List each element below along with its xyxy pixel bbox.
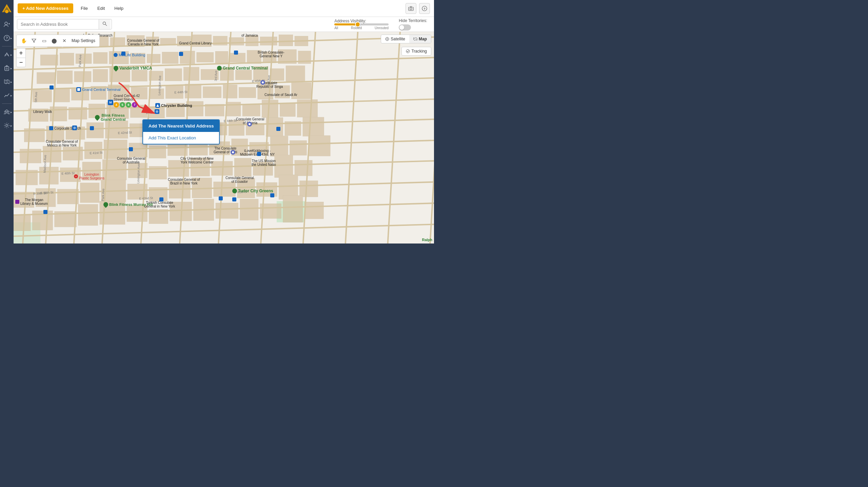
hide-territories-label: Hide Territories: bbox=[399, 18, 427, 23]
visibility-controls: Address Visibility: All Routed Unrouted bbox=[334, 19, 389, 30]
map-svg: E 44th St E 43rd St E 42nd St E 41st St … bbox=[14, 32, 434, 244]
svg-rect-69 bbox=[183, 67, 199, 81]
svg-rect-103 bbox=[262, 100, 278, 118]
svg-rect-135 bbox=[309, 136, 330, 156]
add-nearest-valid-address-button[interactable]: Add The Nearest Valid Address bbox=[143, 120, 219, 132]
tracking-label: Tracking bbox=[411, 49, 427, 54]
search-input[interactable] bbox=[17, 20, 99, 29]
app-logo[interactable] bbox=[1, 3, 13, 15]
sidebar-item-settings[interactable] bbox=[1, 119, 13, 132]
svg-rect-134 bbox=[290, 140, 307, 155]
svg-rect-75 bbox=[286, 66, 305, 81]
svg-line-26 bbox=[105, 24, 107, 26]
svg-text:Park Ave: Park Ave bbox=[101, 189, 105, 201]
sidebar-item-help[interactable]: ? bbox=[1, 32, 13, 44]
sidebar-divider-1 bbox=[2, 46, 12, 46]
svg-rect-52 bbox=[162, 52, 178, 63]
svg-rect-33 bbox=[110, 38, 125, 46]
blue-pin-13 bbox=[129, 147, 133, 151]
svg-point-20 bbox=[6, 124, 8, 126]
menu-file[interactable]: File bbox=[79, 4, 90, 12]
svg-text:E 44th St: E 44th St bbox=[174, 90, 188, 94]
svg-point-221 bbox=[406, 50, 410, 53]
svg-rect-99 bbox=[186, 101, 203, 116]
topbar-icons: ? bbox=[406, 3, 430, 14]
territories-toggle[interactable] bbox=[399, 24, 411, 31]
svg-rect-41 bbox=[245, 35, 258, 46]
menu-edit[interactable]: Edit bbox=[95, 4, 107, 12]
sidebar-item-map[interactable] bbox=[1, 76, 13, 88]
map-background: E 44th St E 43rd St E 42nd St E 41st St … bbox=[14, 32, 434, 244]
camera-icon-button[interactable] bbox=[406, 3, 416, 14]
map-area[interactable]: E 44th St E 43rd St E 42nd St E 41st St … bbox=[14, 32, 434, 244]
svg-rect-86 bbox=[223, 85, 237, 98]
svg-text:E 38th St: E 38th St bbox=[40, 191, 54, 195]
svg-text:5th Ave: 5th Ave bbox=[34, 92, 38, 102]
svg-rect-47 bbox=[76, 54, 92, 63]
blue-pin-3 bbox=[257, 152, 261, 156]
svg-text:Park Ave: Park Ave bbox=[78, 55, 82, 67]
map-label: Map bbox=[419, 37, 427, 41]
svg-rect-169 bbox=[127, 206, 147, 222]
svg-rect-153 bbox=[80, 183, 99, 202]
tracking-button[interactable]: Tracking bbox=[401, 47, 431, 56]
add-new-addresses-button[interactable]: + Add New Addresses bbox=[18, 3, 73, 13]
search-button[interactable] bbox=[99, 19, 111, 29]
svg-rect-88 bbox=[258, 83, 273, 99]
satellite-view-button[interactable]: Satellite bbox=[381, 35, 409, 43]
svg-rect-102 bbox=[242, 105, 260, 116]
satellite-label: Satellite bbox=[391, 37, 405, 41]
close-tool-button[interactable]: ✕ bbox=[60, 36, 69, 45]
svg-rect-174 bbox=[240, 199, 258, 220]
svg-rect-78 bbox=[72, 89, 89, 100]
svg-point-3 bbox=[5, 10, 8, 13]
sidebar-item-team[interactable] bbox=[1, 106, 13, 118]
sidebar-item-analytics[interactable] bbox=[1, 89, 13, 101]
svg-text:E 41st St: E 41st St bbox=[234, 190, 248, 194]
svg-rect-167 bbox=[78, 204, 98, 226]
svg-point-25 bbox=[103, 22, 106, 25]
svg-line-188 bbox=[388, 32, 400, 244]
svg-point-18 bbox=[4, 111, 6, 112]
sidebar-item-orders[interactable] bbox=[1, 62, 13, 74]
filter-tool-button[interactable] bbox=[29, 36, 38, 45]
map-settings-label[interactable]: Map Settings bbox=[70, 38, 97, 43]
svg-marker-14 bbox=[4, 80, 9, 84]
consulate-haiti-pin bbox=[231, 150, 235, 155]
visibility-slider[interactable] bbox=[334, 23, 389, 25]
zoom-out-button[interactable]: − bbox=[16, 58, 26, 67]
circle-tool-button[interactable]: ⬤ bbox=[50, 36, 59, 45]
slider-label-unrouted: Unrouted bbox=[375, 26, 389, 30]
zoom-in-button[interactable]: + bbox=[16, 48, 26, 58]
rect-tool-button[interactable]: ▭ bbox=[40, 36, 48, 45]
svg-rect-146 bbox=[234, 158, 251, 176]
svg-rect-87 bbox=[239, 87, 256, 98]
blue-pin-4 bbox=[159, 197, 163, 201]
sidebar-item-routes[interactable] bbox=[1, 48, 13, 61]
consulate-nigeria-pin bbox=[247, 122, 252, 126]
svg-rect-51 bbox=[147, 54, 160, 63]
svg-rect-107 bbox=[46, 126, 64, 141]
sidebar-item-add-user[interactable] bbox=[1, 18, 13, 31]
hand-tool-button[interactable]: ✋ bbox=[19, 36, 28, 45]
svg-point-11 bbox=[6, 65, 7, 67]
svg-rect-147 bbox=[253, 162, 273, 176]
svg-rect-173 bbox=[216, 203, 238, 218]
hide-territories-controls: Hide Territories: bbox=[399, 18, 427, 31]
add-exact-location-button[interactable]: Add This Exact Location bbox=[143, 132, 219, 144]
svg-rect-163 bbox=[300, 181, 318, 197]
svg-rect-48 bbox=[93, 52, 107, 63]
svg-text:Madison Ave: Madison Ave bbox=[43, 155, 47, 173]
svg-rect-68 bbox=[165, 69, 182, 81]
svg-rect-10 bbox=[5, 66, 9, 71]
svg-rect-57 bbox=[247, 50, 261, 64]
svg-rect-38 bbox=[192, 35, 211, 46]
map-view-button[interactable]: Map bbox=[409, 35, 431, 43]
help-icon-button[interactable]: ? bbox=[419, 3, 430, 14]
menu-help[interactable]: Help bbox=[112, 4, 125, 12]
blue-pin-9 bbox=[270, 193, 274, 197]
search-input-wrap bbox=[17, 19, 112, 30]
sidebar-divider-2 bbox=[2, 103, 12, 104]
settings-pin-corporate bbox=[72, 125, 77, 130]
svg-text:E 44th St: E 44th St bbox=[224, 119, 237, 123]
